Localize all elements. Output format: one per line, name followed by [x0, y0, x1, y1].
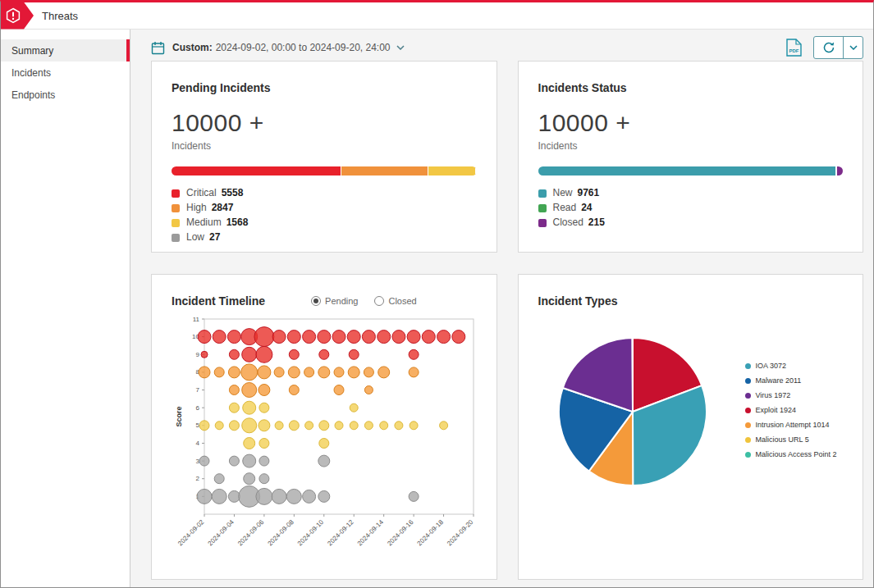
pie-legend-marker — [745, 408, 751, 413]
svg-text:2024-09-08: 2024-09-08 — [266, 518, 295, 548]
radio-pending[interactable]: Pending — [311, 296, 358, 306]
legend-label: Closed — [553, 218, 583, 227]
pie-legend-marker — [745, 452, 751, 458]
incidents-status-card: Incidents Status 10000 + Incidents New97… — [518, 61, 864, 253]
threats-dashboard: Threats Summary Incidents Endpoints Cust… — [0, 0, 874, 588]
toolbar: Custom: 2024-09-02, 00:00 to 2024-09-20,… — [130, 30, 873, 61]
refresh-split-button[interactable] — [813, 36, 863, 59]
pie-legend-label: IOA 3072 — [756, 362, 787, 370]
pie-legend-label: Intrusion Attempt 1014 — [756, 421, 830, 429]
radio-closed[interactable]: Closed — [374, 296, 416, 306]
page-title: Threats — [42, 10, 78, 22]
layout: Summary Incidents Endpoints Custom: 2024… — [1, 30, 873, 588]
legend-swatch — [172, 234, 180, 242]
legend-label: Read — [553, 203, 577, 212]
pie-legend-marker — [745, 363, 751, 369]
legend-value: 24 — [581, 203, 592, 212]
legend-swatch — [538, 204, 547, 212]
legend-label: Low — [186, 233, 204, 242]
radio-unselected-icon — [374, 296, 384, 306]
hexagon-exclamation-icon — [5, 7, 21, 24]
svg-text:2024-09-06: 2024-09-06 — [236, 518, 266, 548]
svg-text:11: 11 — [193, 316, 200, 323]
bar-segment-closed — [836, 166, 843, 175]
toolbar-actions: PDF — [786, 36, 863, 59]
incident-types-body: IOA 3072Malware 2011Virus 1972Exploit 19… — [538, 335, 844, 491]
incident-types-pie-chart — [556, 335, 709, 491]
pie-legend-label: Malware 2011 — [756, 376, 802, 385]
legend-item-low: Low27 — [172, 233, 477, 242]
legend-item-critical: Critical5558 — [172, 189, 477, 198]
incidents-status-unit: Incidents — [538, 140, 844, 152]
calendar-icon — [151, 41, 165, 55]
radio-pending-label: Pending — [325, 296, 358, 306]
pending-incidents-legend: Critical5558High2847Medium1568Low27 — [172, 189, 477, 242]
svg-text:4: 4 — [196, 440, 200, 447]
sidebar-item-summary[interactable]: Summary — [1, 39, 130, 62]
legend-item-read: Read24 — [538, 203, 844, 212]
radio-selected-icon — [311, 296, 321, 306]
pie-legend-item-malware: Malware 2011 — [745, 376, 837, 385]
pending-incidents-total: 10000 + — [172, 109, 477, 137]
incident-types-legend: IOA 3072Malware 2011Virus 1972Exploit 19… — [745, 362, 837, 465]
incidents-status-title: Incidents Status — [538, 81, 844, 94]
pie-legend-marker — [745, 422, 751, 428]
bar-segment-high — [341, 166, 428, 175]
pie-legend-label: Virus 1972 — [756, 391, 791, 399]
radio-closed-label: Closed — [388, 296, 416, 306]
bar-segment-critical — [172, 166, 341, 175]
export-pdf-button[interactable]: PDF — [786, 39, 802, 57]
legend-label: Medium — [186, 218, 222, 227]
pending-incidents-stacked-bar — [172, 166, 477, 175]
pie-legend-item-ioa: IOA 3072 — [745, 362, 837, 370]
legend-item-medium: Medium1568 — [172, 218, 477, 227]
pie-legend-item-malicious-access-point: Malicious Access Point 2 — [745, 450, 837, 458]
refresh-button[interactable] — [814, 37, 843, 58]
bar-segment-medium — [428, 166, 475, 175]
refresh-dropdown-button[interactable] — [843, 37, 863, 58]
sidebar-item-incidents[interactable]: Incidents — [1, 62, 130, 84]
legend-value: 1568 — [227, 218, 249, 227]
incident-timeline-header: Incident Timeline Pending Closed — [172, 294, 477, 308]
incident-types-card: Incident Types IOA 3072Malware 2011Virus… — [518, 274, 864, 580]
pie-legend-marker — [745, 437, 751, 443]
pie-legend-label: Malicious Access Point 2 — [756, 450, 837, 458]
incident-types-title: Incident Types — [538, 294, 844, 308]
legend-value: 2847 — [212, 203, 234, 212]
date-range-label: Custom: — [172, 42, 213, 53]
incidents-status-legend: New9761Read24Closed215 — [538, 189, 844, 227]
pdf-icon: PDF — [786, 39, 802, 57]
legend-label: New — [553, 189, 573, 198]
main-content: Custom: 2024-09-02, 00:00 to 2024-09-20,… — [130, 30, 873, 588]
pending-incidents-card: Pending Incidents 10000 + Incidents Crit… — [151, 61, 497, 253]
timeline-filter-group: Pending Closed — [311, 296, 417, 306]
chevron-down-icon — [396, 45, 405, 50]
legend-swatch — [172, 204, 180, 212]
legend-value: 5558 — [222, 189, 244, 198]
incident-timeline-title: Incident Timeline — [172, 294, 265, 308]
legend-swatch — [538, 219, 547, 227]
date-range-value: 2024-09-02, 00:00 to 2024-09-20, 24:00 — [216, 42, 391, 53]
incident-timeline-card: Incident Timeline Pending Closed — [151, 274, 497, 580]
svg-text:PDF: PDF — [789, 48, 799, 53]
cards-grid: Pending Incidents 10000 + Incidents Crit… — [130, 61, 873, 588]
legend-item-closed: Closed215 — [538, 218, 844, 227]
threats-warning-icon — [1, 2, 34, 30]
pie-legend-marker — [745, 378, 751, 384]
incidents-status-stacked-bar — [538, 166, 844, 175]
legend-value: 215 — [588, 218, 605, 227]
svg-text:Score: Score — [175, 406, 183, 426]
legend-swatch — [172, 219, 180, 227]
legend-value: 9761 — [578, 189, 600, 198]
svg-text:2024-09-04: 2024-09-04 — [207, 518, 236, 548]
svg-text:2024-09-02: 2024-09-02 — [176, 518, 206, 548]
pending-incidents-title: Pending Incidents — [172, 81, 477, 94]
pie-legend-item-intrusion-attempt: Intrusion Attempt 1014 — [745, 421, 837, 429]
legend-label: High — [186, 203, 207, 212]
svg-text:2024-09-18: 2024-09-18 — [416, 518, 446, 548]
date-range-picker[interactable]: Custom: 2024-09-02, 00:00 to 2024-09-20,… — [151, 41, 405, 55]
incidents-status-total: 10000 + — [538, 109, 844, 137]
svg-text:2024-09-14: 2024-09-14 — [356, 518, 386, 548]
sidebar-item-endpoints[interactable]: Endpoints — [1, 84, 130, 106]
legend-label: Critical — [186, 189, 217, 198]
